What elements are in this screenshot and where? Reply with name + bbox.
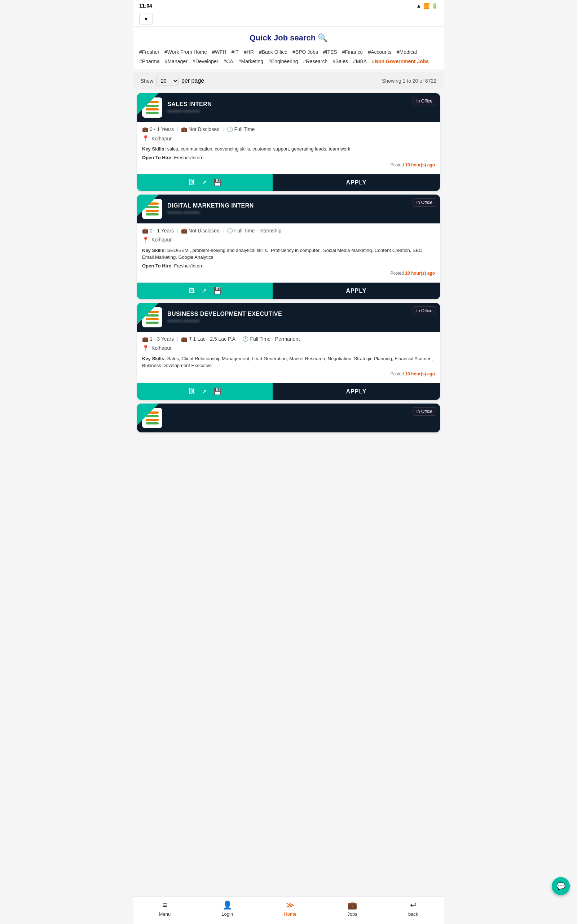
jobtype-item-1: 🕐 Full Time xyxy=(227,126,255,132)
job-title-2[interactable]: DIGITAL MARKETING INTERN xyxy=(167,202,435,209)
jobs-container: SALES INTERN ••••••••• •••••••••• In Off… xyxy=(134,93,443,432)
location-row-1: 📍 Kolhapur xyxy=(142,135,435,142)
tag-15[interactable]: #Marketing xyxy=(237,58,265,65)
experience-value-1: 0 - 1 Years xyxy=(150,126,174,132)
apply-button-1[interactable]: APPLY xyxy=(272,174,440,191)
salary-value-3: ₹ 1 Lac - 2.5 Lac P.A xyxy=(189,336,235,342)
location-row-2: 📍 Kolhapur xyxy=(142,236,435,243)
salary-item-1: 💼 Not Disclosed xyxy=(181,126,220,132)
tag-6[interactable]: #BPO Jobs xyxy=(291,48,319,56)
card-meta-1: 💼 0 - 1 Years | 💼 Not Disclosed | 🕐 Full… xyxy=(142,126,435,132)
share-button-3[interactable]: ↗ xyxy=(201,388,207,396)
show-label: Show xyxy=(141,78,153,84)
tag-13[interactable]: #Developer xyxy=(191,58,220,65)
card-header-2: DIGITAL MARKETING INTERN ••••••••• •••••… xyxy=(137,195,440,223)
card-actions-2: 🖼 ↗ 💾 APPLY xyxy=(137,282,440,299)
salary-value-2: Not Disclosed xyxy=(189,228,220,234)
posted-time-2: Posted 10 hour(s) ago xyxy=(142,271,435,276)
view-button-3[interactable]: 🖼 xyxy=(189,388,195,395)
tag-1[interactable]: #Work From Home xyxy=(163,48,208,56)
tag-19[interactable]: #MBA xyxy=(351,58,368,65)
experience-icon-1: 💼 xyxy=(142,126,148,132)
showing-text: Showing 1 to 20 of 8722 xyxy=(382,78,436,84)
key-skills-3: Key Skills: Sales, Client Relationship M… xyxy=(142,355,435,369)
posted-time-1: Posted 10 hour(s) ago xyxy=(142,162,435,168)
posted-time-3: Posted 10 hour(s) ago xyxy=(142,372,435,376)
experience-value-3: 1 - 3 Years xyxy=(150,336,174,342)
view-button-1[interactable]: 🖼 xyxy=(189,179,195,186)
company-name-3: ••••••••• •••••••••• xyxy=(167,318,435,324)
tag-20[interactable]: #Non Government Jobs xyxy=(371,58,430,65)
company-logo-4 xyxy=(142,408,162,428)
jobtype-value-1: Full Time xyxy=(234,126,255,132)
location-value-3: Kolhapur xyxy=(152,345,172,351)
per-page-select[interactable]: 102050100 xyxy=(156,76,179,86)
experience-icon-2: 💼 xyxy=(142,228,148,234)
experience-icon-3: 💼 xyxy=(142,336,148,342)
tag-16[interactable]: #Engineering xyxy=(267,58,300,65)
signal-icon: 📶 xyxy=(423,3,429,9)
tag-17[interactable]: #Research xyxy=(301,58,329,65)
job-title-1[interactable]: SALES INTERN xyxy=(167,101,435,108)
tag-8[interactable]: #Finance xyxy=(341,48,364,56)
experience-item-3: 💼 1 - 3 Years xyxy=(142,336,174,342)
status-icons: ▲ 📶 🔋 xyxy=(416,3,438,9)
location-icon-3: 📍 xyxy=(142,345,149,352)
apply-button-2[interactable]: APPLY xyxy=(272,283,440,299)
tag-7[interactable]: #ITES xyxy=(322,48,338,56)
company-name-2: ••••••••• •••••••••• xyxy=(167,210,435,215)
key-skills-2: Key Skills: SEO/SEM., problem-solving an… xyxy=(142,247,435,261)
share-button-2[interactable]: ↗ xyxy=(201,287,207,295)
tag-5[interactable]: #Back Office xyxy=(258,48,289,56)
save-button-2[interactable]: 💾 xyxy=(213,287,221,295)
per-page-label: per page xyxy=(181,78,204,84)
nav-dropdown[interactable]: ▾ xyxy=(139,13,153,25)
tag-2[interactable]: #WFH xyxy=(211,48,228,56)
tags-container: #Fresher#Work From Home#WFH#IT#HR#Back O… xyxy=(134,45,443,69)
open-hire-1: Open To Hire: Fresher/Intern xyxy=(142,155,435,160)
company-name-1: ••••••••• •••••••••• xyxy=(167,109,435,114)
save-button-3[interactable]: 💾 xyxy=(213,388,221,396)
company-logo-3 xyxy=(142,307,162,327)
save-button-1[interactable]: 💾 xyxy=(213,179,221,187)
view-button-2[interactable]: 🖼 xyxy=(189,287,195,294)
share-button-1[interactable]: ↗ xyxy=(201,179,207,187)
card-actions-3: 🖼 ↗ 💾 APPLY xyxy=(137,383,440,400)
tag-12[interactable]: #Manager xyxy=(163,58,189,65)
salary-icon-3: 💼 xyxy=(181,336,187,342)
salary-icon-2: 💼 xyxy=(181,228,187,234)
salary-icon-1: 💼 xyxy=(181,126,187,132)
company-logo-1 xyxy=(142,97,162,118)
experience-item-1: 💼 0 - 1 Years xyxy=(142,126,174,132)
tag-10[interactable]: #Medical xyxy=(395,48,418,56)
card-header-3: BUSINESS DEVELOPMENT EXECUTIVE •••••••••… xyxy=(137,303,440,332)
jobtype-value-2: Full Time - Internship xyxy=(234,228,282,234)
in-office-badge-4: In Office xyxy=(413,407,436,416)
tag-11[interactable]: #Pharma xyxy=(138,58,161,65)
tag-18[interactable]: #Sales xyxy=(331,58,350,65)
jobtype-item-2: 🕐 Full Time - Internship xyxy=(227,228,282,234)
tag-14[interactable]: #CA xyxy=(222,58,234,65)
job-title-3[interactable]: BUSINESS DEVELOPMENT EXECUTIVE xyxy=(167,311,435,317)
job-card-4: In Office xyxy=(137,404,440,432)
experience-item-2: 💼 0 - 1 Years xyxy=(142,228,174,234)
search-title: Quick Job search 🔍 xyxy=(250,33,328,42)
search-icon[interactable]: 🔍 xyxy=(318,33,327,42)
clock-icon-1: 🕐 xyxy=(227,126,233,132)
jobtype-item-3: 🕐 Full Time - Permanent xyxy=(242,336,300,342)
jobtype-value-3: Full Time - Permanent xyxy=(250,336,300,342)
tag-0[interactable]: #Fresher xyxy=(138,48,161,56)
tag-4[interactable]: #HR xyxy=(242,48,255,56)
tag-3[interactable]: #IT xyxy=(230,48,240,56)
apply-button-3[interactable]: APPLY xyxy=(272,383,440,400)
card-title-area-3: BUSINESS DEVELOPMENT EXECUTIVE •••••••••… xyxy=(167,311,435,324)
card-title-area-2: DIGITAL MARKETING INTERN ••••••••• •••••… xyxy=(167,202,435,215)
tag-9[interactable]: #Accounts xyxy=(366,48,393,56)
card-body-1: 💼 0 - 1 Years | 💼 Not Disclosed | 🕐 Full… xyxy=(137,122,440,174)
salary-item-2: 💼 Not Disclosed xyxy=(181,228,220,234)
job-card-3: BUSINESS DEVELOPMENT EXECUTIVE •••••••••… xyxy=(137,303,440,400)
action-icons-1: 🖼 ↗ 💾 xyxy=(137,174,272,191)
pagination-bar: Show 102050100 per page Showing 1 to 20 … xyxy=(134,72,443,89)
top-nav: ▾ xyxy=(134,11,443,27)
in-office-badge-1: In Office xyxy=(413,97,436,105)
